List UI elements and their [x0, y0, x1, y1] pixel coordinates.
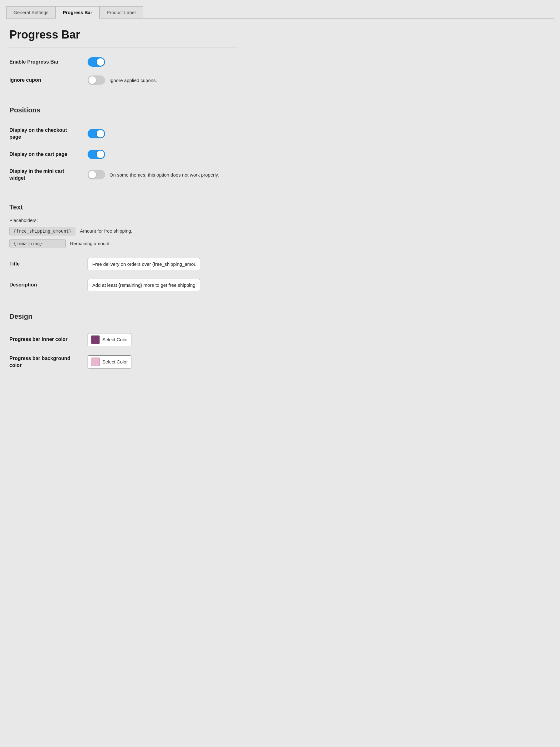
- mini-cart-knob: [88, 171, 96, 178]
- background-color-row: Progress bar background color Select Col…: [9, 355, 238, 369]
- description-control: [88, 279, 200, 291]
- title-label: Title: [9, 260, 78, 267]
- ignore-coupon-row: Ignore cupon Ignore applied cupons.: [9, 75, 238, 85]
- inner-color-control: Select Color: [88, 333, 131, 346]
- mini-cart-toggle[interactable]: [88, 170, 105, 179]
- placeholder-row-1: {remaining} Remaining amount.: [9, 239, 238, 248]
- checkout-control: [88, 129, 105, 138]
- ignore-coupon-label: Ignore cupon: [9, 77, 78, 84]
- page-title: Progress Bar: [9, 28, 238, 41]
- enable-progress-bar-row: Enable Progress Bar: [9, 57, 238, 67]
- title-input[interactable]: [88, 258, 200, 270]
- cart-knob: [97, 151, 104, 158]
- checkout-knob: [97, 130, 104, 137]
- ignore-coupon-note: Ignore applied cupons.: [109, 78, 157, 83]
- inner-color-swatch: [91, 335, 100, 344]
- positions-heading: Positions: [9, 106, 238, 114]
- mini-cart-row: Display in the mini cart widget On some …: [9, 168, 238, 182]
- cart-label: Display on the cart page: [9, 151, 78, 158]
- cart-row: Display on the cart page: [9, 150, 238, 159]
- enable-progress-bar-label: Enable Progress Bar: [9, 58, 78, 66]
- cart-control: [88, 150, 105, 159]
- placeholder-tag-0: {free_shipping_amount}: [9, 227, 75, 235]
- inner-color-button[interactable]: Select Color: [88, 333, 131, 346]
- ignore-coupon-control: Ignore applied cupons.: [88, 75, 157, 85]
- background-color-button[interactable]: Select Color: [88, 355, 131, 368]
- inner-color-row: Progress bar inner color Select Color: [9, 333, 238, 346]
- description-label: Description: [9, 281, 78, 288]
- checkout-row: Display on the checkout page: [9, 127, 238, 141]
- description-input[interactable]: [88, 279, 200, 291]
- placeholder-row-0: {free_shipping_amount} Amount for free s…: [9, 227, 238, 235]
- placeholder-tag-1: {remaining}: [9, 239, 66, 248]
- tab-bar: General Settings Progress Bar Product La…: [6, 6, 554, 19]
- enable-progress-bar-toggle[interactable]: [88, 57, 105, 67]
- inner-color-label: Progress bar inner color: [9, 336, 78, 343]
- background-color-label: Progress bar background color: [9, 355, 78, 369]
- background-color-control: Select Color: [88, 355, 131, 368]
- cart-toggle[interactable]: [88, 150, 105, 159]
- text-heading: Text: [9, 203, 238, 211]
- ignore-coupon-toggle[interactable]: [88, 75, 105, 85]
- background-color-swatch: [91, 358, 100, 366]
- checkout-label: Display on the checkout page: [9, 127, 78, 141]
- background-color-button-label: Select Color: [102, 359, 128, 364]
- description-row: Description: [9, 279, 238, 291]
- mini-cart-note: On some themes, this option does not wor…: [109, 172, 219, 178]
- placeholder-desc-0: Amount for free shipping.: [80, 228, 132, 234]
- tab-general-settings[interactable]: General Settings: [6, 6, 56, 18]
- title-control: [88, 258, 200, 270]
- tab-product-label[interactable]: Product Label: [100, 6, 143, 18]
- design-heading: Design: [9, 312, 238, 320]
- enable-progress-bar-control: [88, 57, 105, 67]
- placeholders-label: Placeholders:: [9, 217, 238, 223]
- mini-cart-label: Display in the mini cart widget: [9, 168, 78, 182]
- checkout-toggle[interactable]: [88, 129, 105, 138]
- inner-color-button-label: Select Color: [102, 337, 128, 342]
- tab-progress-bar[interactable]: Progress Bar: [56, 6, 100, 19]
- ignore-coupon-knob: [88, 76, 96, 84]
- placeholder-desc-1: Remaining amount.: [70, 241, 111, 246]
- title-divider: [9, 48, 238, 48]
- title-row: Title: [9, 258, 238, 270]
- enable-progress-bar-knob: [97, 58, 104, 66]
- mini-cart-control: On some themes, this option does not wor…: [88, 170, 219, 179]
